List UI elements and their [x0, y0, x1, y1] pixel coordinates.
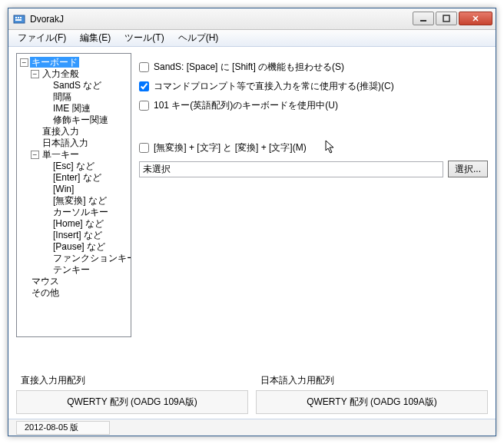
tree-esc[interactable]: [Esc] など — [41, 161, 129, 172]
tree-home[interactable]: [Home] など — [41, 218, 129, 230]
tree-jp-input[interactable]: 日本語入力 — [31, 138, 129, 149]
cursor-arrow-icon — [325, 140, 336, 155]
combo-row: 選択... — [139, 161, 488, 177]
tree-win[interactable]: [Win] — [41, 184, 129, 195]
cmd-label: コマンドプロンプト等で直接入力を常に使用する(推奨)(C) — [154, 80, 394, 93]
menubar: ファイル(F) 編集(E) ツール(T) ヘルプ(H) — [8, 30, 496, 47]
direct-layout-value[interactable]: QWERTY 配列 (OADG 109A版) — [16, 390, 248, 414]
window-controls — [411, 12, 492, 27]
muhenkan-combo-option: [無変換] + [文字] と [変換] + [文字](M) — [139, 141, 488, 154]
main-row: −キーボード −入力全般 SandS など 間隔 IME 関連 修飾キー関連 — [16, 53, 488, 366]
tree-single-key[interactable]: −単一キー [Esc] など [Enter] など [Win] [無変換] など… — [31, 149, 129, 276]
options-panel: SandS: [Space] に [Shift] の機能も担わせる(S) コマン… — [139, 53, 488, 366]
tree-panel[interactable]: −キーボード −入力全般 SandS など 間隔 IME 関連 修飾キー関連 — [16, 53, 131, 337]
jp-layout-label: 日本語入力用配列 — [256, 373, 488, 389]
menu-file[interactable]: ファイル(F) — [12, 30, 72, 46]
tree-cursor[interactable]: カーソルキー — [41, 207, 129, 218]
tree-input-general[interactable]: −入力全般 SandS など 間隔 IME 関連 修飾キー関連 — [31, 68, 129, 126]
tree-mouse[interactable]: マウス — [20, 276, 129, 287]
close-button[interactable] — [459, 12, 492, 25]
us101-option: 101 キー(英語配列)のキーボードを使用中(U) — [139, 99, 488, 112]
settings-tree: −キーボード −入力全般 SandS など 間隔 IME 関連 修飾キー関連 — [18, 57, 129, 299]
sands-label: SandS: [Space] に [Shift] の機能も担わせる(S) — [154, 61, 344, 74]
direct-layout-label: 直接入力用配列 — [16, 373, 248, 389]
jp-layout-value[interactable]: QWERTY 配列 (OADG 109A版) — [256, 390, 488, 414]
app-icon — [13, 13, 25, 25]
app-window: DvorakJ ファイル(F) 編集(E) ツール(T) ヘルプ(H) −キーボ… — [8, 8, 496, 436]
tree-direct-input[interactable]: 直接入力 — [31, 126, 129, 138]
collapse-icon[interactable]: − — [31, 70, 39, 78]
tree-muhenkan[interactable]: [無変換] など — [41, 195, 129, 207]
tree-label-keyboard: キーボード — [30, 57, 79, 68]
tree-keyboard[interactable]: −キーボード −入力全般 SandS など 間隔 IME 関連 修飾キー関連 — [20, 57, 129, 276]
muhenkan-combo-checkbox[interactable] — [139, 143, 149, 153]
combo-input[interactable] — [139, 161, 443, 177]
tree-enter[interactable]: [Enter] など — [41, 172, 129, 184]
tree-other[interactable]: その他 — [20, 287, 129, 299]
layout-row: 直接入力用配列 QWERTY 配列 (OADG 109A版) 日本語入力用配列 … — [16, 373, 488, 414]
collapse-icon[interactable]: − — [31, 151, 39, 159]
tree-modkey[interactable]: 修飾キー関連 — [41, 114, 129, 126]
svg-rect-3 — [20, 17, 22, 18]
us101-label: 101 キー(英語配列)のキーボードを使用中(U) — [154, 99, 338, 112]
menu-edit[interactable]: 編集(E) — [74, 30, 117, 46]
window-title: DvorakJ — [30, 14, 411, 25]
maximize-button[interactable] — [436, 12, 457, 25]
tree-ime[interactable]: IME 関連 — [41, 103, 129, 114]
tree-interval[interactable]: 間隔 — [41, 91, 129, 103]
svg-rect-2 — [18, 17, 19, 18]
direct-layout-group: 直接入力用配列 QWERTY 配列 (OADG 109A版) — [16, 373, 248, 414]
us101-checkbox[interactable] — [139, 101, 149, 111]
cmd-checkbox[interactable] — [139, 81, 149, 91]
jp-layout-group: 日本語入力用配列 QWERTY 配列 (OADG 109A版) — [256, 373, 488, 414]
svg-rect-6 — [443, 15, 449, 22]
svg-rect-1 — [15, 17, 17, 18]
tree-function[interactable]: ファンクションキー — [41, 253, 129, 264]
browse-button[interactable]: 選択... — [448, 161, 488, 177]
svg-rect-5 — [420, 20, 426, 22]
svg-rect-4 — [15, 19, 22, 21]
status-version: 2012-08-05 版 — [16, 421, 110, 435]
cmd-option: コマンドプロンプト等で直接入力を常に使用する(推奨)(C) — [139, 80, 488, 93]
sands-checkbox[interactable] — [139, 62, 149, 72]
collapse-icon[interactable]: − — [20, 58, 28, 67]
muhenkan-combo-label: [無変換] + [文字] と [変換] + [文字](M) — [154, 141, 307, 154]
tree-tenkey[interactable]: テンキー — [41, 264, 129, 276]
minimize-button[interactable] — [413, 12, 434, 25]
sands-option: SandS: [Space] に [Shift] の機能も担わせる(S) — [139, 61, 488, 74]
menu-tool[interactable]: ツール(T) — [118, 30, 170, 46]
tree-sands[interactable]: SandS など — [41, 80, 129, 91]
titlebar[interactable]: DvorakJ — [8, 8, 496, 30]
tree-pause[interactable]: [Pause] など — [41, 241, 129, 253]
statusbar: 2012-08-05 版 — [8, 419, 496, 436]
client-area: −キーボード −入力全般 SandS など 間隔 IME 関連 修飾キー関連 — [8, 47, 496, 419]
tree-insert[interactable]: [Insert] など — [41, 230, 129, 241]
menu-help[interactable]: ヘルプ(H) — [172, 30, 225, 46]
